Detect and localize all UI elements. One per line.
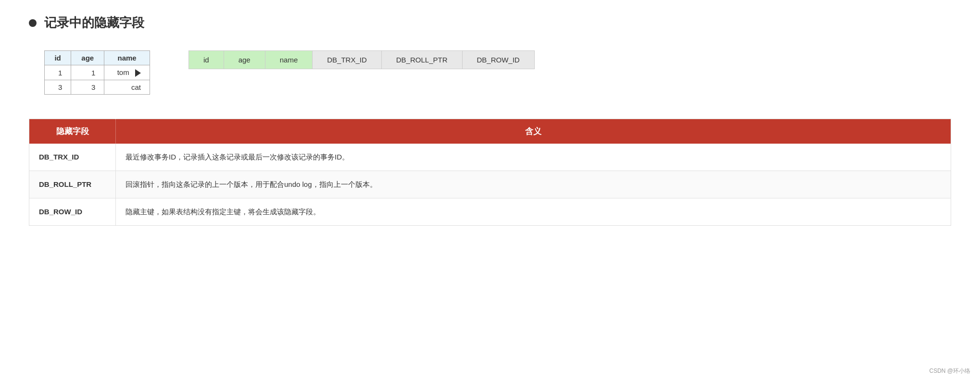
info-row-trx-id: DB_TRX_ID 最近修改事务ID，记录插入这条记录或最后一次修改该记录的事务… (29, 144, 951, 171)
cell-id: 3 (45, 80, 71, 95)
info-meaning-trx-id: 最近修改事务ID，记录插入这条记录或最后一次修改该记录的事务ID。 (116, 144, 951, 171)
info-row-roll-ptr: DB_ROLL_PTR 回滚指针，指向这条记录的上一个版本，用于配合undo l… (29, 171, 951, 198)
expanded-col-name: name (265, 51, 313, 69)
info-field-roll-ptr: DB_ROLL_PTR (29, 171, 116, 198)
info-table-header-row: 隐藏字段 含义 (29, 119, 951, 144)
info-field-row-id: DB_ROW_ID (29, 198, 116, 226)
col-header-age: age (71, 51, 104, 65)
cell-id: 1 (45, 65, 71, 80)
cell-age: 3 (71, 80, 104, 95)
footer: CSDN @环小络 (929, 367, 970, 375)
content-area: id age name 1 1 tom 3 3 cat id age name … (44, 50, 951, 95)
col-header-name: name (104, 51, 150, 65)
col-header-id: id (45, 51, 71, 65)
info-table: 隐藏字段 含义 DB_TRX_ID 最近修改事务ID，记录插入这条记录或最后一次… (29, 119, 951, 226)
cell-name: tom (104, 65, 150, 80)
expanded-col-roll-ptr: DB_ROLL_PTR (382, 51, 463, 69)
info-header-meaning: 含义 (116, 119, 951, 144)
expanded-col-id: id (189, 51, 224, 69)
info-meaning-roll-ptr: 回滚指针，指向这条记录的上一个版本，用于配合undo log，指向上一个版本。 (116, 171, 951, 198)
expanded-table: id age name DB_TRX_ID DB_ROLL_PTR DB_ROW… (188, 50, 535, 69)
section-header: 记录中的隐藏字段 (29, 14, 951, 31)
info-meaning-row-id: 隐藏主键，如果表结构没有指定主键，将会生成该隐藏字段。 (116, 198, 951, 226)
bottom-section: 隐藏字段 含义 DB_TRX_ID 最近修改事务ID，记录插入这条记录或最后一次… (29, 119, 951, 226)
table-row: 1 1 tom (45, 65, 150, 80)
info-row-row-id: DB_ROW_ID 隐藏主键，如果表结构没有指定主键，将会生成该隐藏字段。 (29, 198, 951, 226)
section-title: 记录中的隐藏字段 (44, 14, 144, 31)
cell-age: 1 (71, 65, 104, 80)
simple-db-table: id age name 1 1 tom 3 3 cat (44, 50, 150, 95)
table-row: 3 3 cat (45, 80, 150, 95)
expanded-col-row-id: DB_ROW_ID (463, 51, 534, 69)
expanded-col-trx-id: DB_TRX_ID (313, 51, 382, 69)
cursor-icon (135, 69, 141, 77)
bullet-point (29, 19, 37, 27)
cell-name: cat (104, 80, 150, 95)
info-header-field: 隐藏字段 (29, 119, 116, 144)
footer-text: CSDN @环小络 (929, 368, 970, 374)
info-field-trx-id: DB_TRX_ID (29, 144, 116, 171)
expanded-col-age: age (224, 51, 265, 69)
